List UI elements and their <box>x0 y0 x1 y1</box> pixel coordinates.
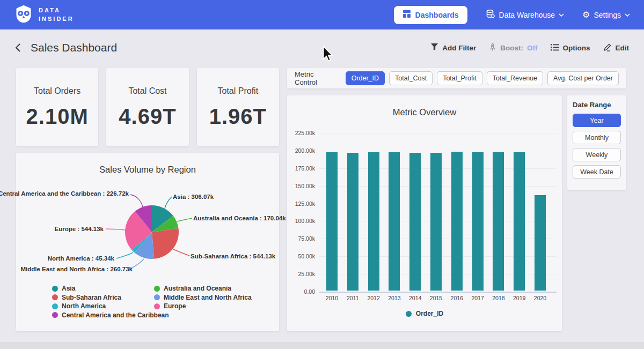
bar-2015[interactable] <box>430 153 442 291</box>
x-axis-label: 2017 <box>472 295 484 301</box>
pie-leader-line <box>165 197 172 209</box>
add-filter-button[interactable]: Add Filter <box>430 43 476 53</box>
x-axis-label: 2014 <box>409 295 421 301</box>
bar-2014[interactable] <box>409 153 421 291</box>
pie-leader-line <box>116 253 133 258</box>
data-warehouse-label: Data Warehouse <box>499 11 555 19</box>
pie-legend-label: Middle East and North Africa <box>164 294 252 301</box>
kpi-card-total-profit: Total Profit1.96T <box>197 68 279 146</box>
legend-dot <box>154 294 160 300</box>
kpi-label: Total Orders <box>34 86 80 96</box>
bar-2020[interactable] <box>535 195 546 291</box>
top-navbar: DATA INSIDER Dashboards <box>0 0 644 29</box>
pie-legend-item-middle-east-and-north-africa[interactable]: Middle East and North Africa <box>154 294 252 301</box>
pie-leader-line <box>130 195 143 207</box>
pie-legend-item-north-america[interactable]: North America <box>52 302 106 310</box>
bottom-strip <box>0 342 644 349</box>
dashboards-icon <box>402 10 411 20</box>
bars-container <box>319 132 557 291</box>
pie-legend-item-europe[interactable]: Europe <box>154 302 186 310</box>
options-button[interactable]: Options <box>551 43 590 53</box>
legend-dot <box>52 294 58 300</box>
pie-label-asia: Asia : 306.07k <box>173 194 214 200</box>
dashboards-button[interactable]: Dashboards <box>394 6 467 24</box>
kpi-value: 2.10M <box>26 105 89 129</box>
kpi-value: 1.96T <box>209 105 267 129</box>
database-icon <box>486 9 495 20</box>
date-range-button-weekly[interactable]: Weekly <box>573 148 621 161</box>
legend-dot <box>52 303 58 309</box>
chevron-down-icon <box>559 13 564 17</box>
x-axis-labels: 2010201120122013201420152016201720182019… <box>319 295 557 301</box>
bar-series-legend-label: Order_ID <box>416 310 443 317</box>
pie-legend-label: Australia and Oceania <box>164 285 231 292</box>
bar-2017[interactable] <box>472 152 484 291</box>
pie-leader-line <box>106 229 125 230</box>
data-warehouse-menu[interactable]: Data Warehouse <box>486 9 565 20</box>
date-range-button-monthly[interactable]: Monthly <box>573 131 621 144</box>
pie-label-australia-and-oceania: Australia and Oceania : 170.04k <box>193 215 286 221</box>
gear-icon: ⚙ <box>582 11 590 19</box>
bar-2012[interactable] <box>368 152 379 291</box>
date-range-button-week-date[interactable]: Week Date <box>573 165 621 179</box>
x-axis-label: 2013 <box>389 295 400 301</box>
list-icon <box>551 43 559 53</box>
pie-legend-label: Central America and the Caribbean <box>62 311 169 319</box>
boost-status: Off <box>527 44 538 52</box>
brand-line1: DATA <box>39 6 74 15</box>
bar-2018[interactable] <box>493 152 504 291</box>
metric-button-total-revenue[interactable]: Total_Revenue <box>487 71 543 85</box>
y-axis-tick: 0.00 <box>287 288 315 295</box>
bar-2013[interactable] <box>389 152 400 291</box>
settings-menu[interactable]: ⚙ Settings <box>582 11 630 19</box>
x-axis-label: 2019 <box>514 295 525 301</box>
y-axis-tick: 100.00k <box>287 218 315 224</box>
bar-chart-legend[interactable]: Order_ID <box>287 310 562 317</box>
brand-line2: INSIDER <box>39 15 74 24</box>
pie-legend-item-asia[interactable]: Asia <box>52 285 75 292</box>
pie-leader-line <box>177 218 192 221</box>
page-title: Sales Dashboard <box>31 41 117 54</box>
legend-dot <box>406 311 412 317</box>
metric-button-avg-cost-per-order[interactable]: Avg. Cost per Order <box>547 71 619 85</box>
bar-2010[interactable] <box>326 152 338 291</box>
metric-overview-chart: Metric Overview 225.00k200.00k175.00k150… <box>287 95 562 331</box>
bar-chart-plot-area <box>319 133 557 292</box>
pencil-icon <box>603 43 612 53</box>
bar-2011[interactable] <box>347 153 358 291</box>
back-button[interactable] <box>15 43 21 53</box>
metric-button-total-profit[interactable]: Total_Profit <box>437 71 482 85</box>
y-axis-tick: 225.00k <box>287 130 315 136</box>
metric-control-strip: Metric Control Order_IDTotal_CostTotal_P… <box>287 68 626 88</box>
legend-dot <box>154 286 160 292</box>
metric-button-total-cost[interactable]: Total_Cost <box>389 71 433 85</box>
boost-toggle[interactable]: Boost: Off <box>489 43 537 53</box>
dashboards-label: Dashboards <box>415 11 459 19</box>
y-axis-tick: 175.00k <box>287 165 315 172</box>
gridline <box>319 292 557 293</box>
date-range-panel: Date Range YearMonthlyWeeklyWeek Date <box>567 95 626 190</box>
legend-dot <box>154 303 160 309</box>
pie-legend-label: Sub-Saharan Africa <box>62 294 121 301</box>
pie-slice-sub-saharan-africa[interactable] <box>152 228 179 259</box>
pie-label-central-america-and-the-caribbean: Central America and the Caribbean : 226.… <box>0 190 129 197</box>
pie-legend-label: Asia <box>62 285 75 292</box>
pie-legend-item-australia-and-oceania[interactable]: Australia and Oceania <box>154 285 231 292</box>
x-axis-label: 2018 <box>493 295 504 301</box>
y-axis-tick: 50.00k <box>287 253 315 259</box>
edit-button[interactable]: Edit <box>603 43 630 53</box>
pie-legend-item-central-america-and-the-caribbean[interactable]: Central America and the Caribbean <box>52 311 169 319</box>
pie-label-middle-east-and-north-africa: Middle East and North Africa : 260.73k <box>20 266 133 272</box>
x-axis-label: 2020 <box>535 295 546 301</box>
legend-dot <box>52 312 58 318</box>
sales-volume-chart: Sales Volume by Region Asia : 306.07kAus… <box>16 153 279 331</box>
metric-button-order-id[interactable]: Order_ID <box>346 71 385 85</box>
y-axis-tick: 75.00k <box>287 235 315 242</box>
rocket-icon <box>489 43 496 53</box>
bar-2019[interactable] <box>514 152 525 291</box>
chevron-down-icon <box>625 13 630 17</box>
kpi-card-total-cost: Total Cost4.69T <box>106 68 188 146</box>
date-range-button-year[interactable]: Year <box>573 114 621 127</box>
bar-2016[interactable] <box>451 152 463 291</box>
pie-legend-item-sub-saharan-africa[interactable]: Sub-Saharan Africa <box>52 294 121 301</box>
